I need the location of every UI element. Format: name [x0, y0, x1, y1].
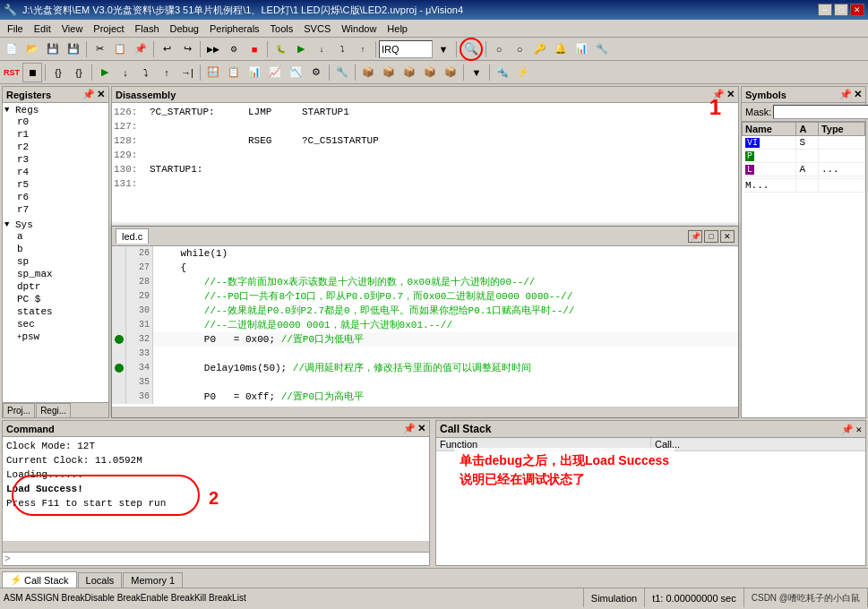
menu-edit[interactable]: Edit: [29, 21, 56, 36]
reg-a[interactable]: a: [15, 230, 107, 243]
bp-26[interactable]: [112, 246, 126, 261]
redo-btn[interactable]: ↪: [177, 39, 197, 59]
reg-r4[interactable]: r4: [15, 166, 107, 178]
misc3-btn[interactable]: 📦: [400, 63, 419, 82]
window6-btn[interactable]: ⚙: [306, 63, 326, 82]
bp-29[interactable]: [112, 289, 126, 304]
misc4-btn[interactable]: 📦: [420, 63, 440, 82]
bp-33[interactable]: [112, 347, 126, 361]
sys-expander[interactable]: ▼ Sys: [4, 219, 107, 230]
menu-window[interactable]: Window: [336, 21, 382, 36]
reg-r5[interactable]: r5: [15, 178, 107, 191]
misc1-btn[interactable]: 📦: [358, 63, 378, 82]
reg-psw[interactable]: +psw: [15, 330, 107, 343]
menu-help[interactable]: Help: [382, 21, 413, 36]
misc5-btn[interactable]: 📦: [441, 63, 460, 82]
bp-27[interactable]: [112, 261, 126, 275]
run-btn[interactable]: ▶: [291, 39, 311, 59]
bp-36[interactable]: [112, 390, 126, 404]
close-command-icon[interactable]: ✕: [417, 423, 425, 434]
extra-btn5[interactable]: 📊: [572, 39, 591, 59]
window3-btn[interactable]: 📊: [245, 63, 264, 82]
bp-30[interactable]: [112, 304, 126, 318]
reg-r1[interactable]: r1: [15, 128, 107, 141]
close-symbols-icon[interactable]: ✕: [854, 89, 862, 100]
rst-btn[interactable]: RST: [2, 63, 21, 82]
stop-btn[interactable]: ■: [245, 39, 264, 59]
copy-btn[interactable]: 📋: [110, 39, 130, 59]
window4-btn[interactable]: 📈: [265, 63, 285, 82]
run2-btn[interactable]: ▶: [95, 63, 115, 82]
bp-32[interactable]: [112, 332, 126, 347]
extra-btn3[interactable]: 🔑: [530, 39, 550, 59]
bp-31[interactable]: [112, 318, 126, 332]
stepover2-btn[interactable]: ⤵: [136, 63, 156, 82]
misc6-btn[interactable]: ▼: [467, 63, 486, 82]
reg-r3[interactable]: r3: [15, 153, 107, 166]
pin-symbols-icon[interactable]: 📌: [839, 89, 852, 100]
stop-debug-btn[interactable]: ⏹: [22, 63, 42, 82]
misc7-btn[interactable]: 🔩: [493, 63, 512, 82]
rebuild-btn[interactable]: ⚙: [224, 39, 244, 59]
new-file-btn[interactable]: 📄: [2, 39, 21, 59]
sym-row-2[interactable]: P: [743, 150, 865, 163]
maximize-button[interactable]: □: [834, 4, 848, 16]
step-over-btn[interactable]: ⤵: [332, 39, 352, 59]
mask-input[interactable]: [773, 105, 868, 119]
menu-debug[interactable]: Debug: [165, 21, 204, 36]
pin-callstack-icon[interactable]: 📌: [841, 424, 854, 435]
cut-btn[interactable]: ✂: [90, 39, 109, 59]
tab-regi[interactable]: Regi...: [36, 403, 71, 417]
command-input[interactable]: [4, 553, 427, 564]
source-tab-ledc[interactable]: led.c: [116, 228, 149, 244]
tools2-btn[interactable]: 🔧: [332, 63, 352, 82]
step-out-btn[interactable]: ↑: [353, 39, 373, 59]
reg-sp-max[interactable]: sp_max: [15, 268, 107, 280]
sym-row-3[interactable]: L A ...: [743, 163, 865, 176]
misc8-btn[interactable]: ⚡: [513, 63, 533, 82]
bp-34[interactable]: [112, 361, 126, 375]
extra-btn6[interactable]: 🔧: [592, 39, 612, 59]
menu-tools[interactable]: Tools: [265, 21, 299, 36]
reg-dptr[interactable]: dptr: [15, 280, 107, 293]
minimize-button[interactable]: ─: [818, 4, 832, 16]
tab-proj[interactable]: Proj...: [3, 403, 35, 417]
close-button[interactable]: ✕: [850, 4, 864, 16]
pin-command-icon[interactable]: 📌: [403, 423, 416, 434]
window5-btn[interactable]: 📉: [286, 63, 305, 82]
menu-project[interactable]: Project: [88, 21, 129, 36]
tab-memory1[interactable]: Memory 1: [123, 572, 183, 588]
menu-file[interactable]: File: [2, 21, 29, 36]
paste-btn[interactable]: 📌: [131, 39, 150, 59]
cmd-hscroll[interactable]: [3, 541, 429, 552]
reg-pc[interactable]: PC $: [15, 293, 107, 305]
source-float-close[interactable]: ✕: [720, 230, 735, 243]
reg-states[interactable]: states: [15, 305, 107, 318]
step-btn[interactable]: ↓: [312, 39, 331, 59]
regs-expander[interactable]: ▼ Regs: [4, 105, 107, 116]
menu-peripherals[interactable]: Peripherals: [204, 21, 265, 36]
bp-28[interactable]: [112, 275, 126, 289]
search-btn[interactable]: 🔍: [460, 38, 483, 61]
pin-icon[interactable]: 📌: [82, 89, 95, 100]
source-float-max[interactable]: □: [704, 230, 718, 243]
reg-r0[interactable]: r0: [15, 116, 107, 128]
runto-btn[interactable]: →|: [177, 63, 197, 82]
menu-svcs[interactable]: SVCS: [298, 21, 336, 36]
undo-btn[interactable]: ↩: [157, 39, 176, 59]
window2-btn[interactable]: 📋: [224, 63, 244, 82]
reg-r2[interactable]: r2: [15, 141, 107, 153]
sym-row-5[interactable]: M...: [743, 179, 865, 193]
reg-r6[interactable]: r6: [15, 191, 107, 203]
combo-arrow-btn[interactable]: ▼: [434, 39, 453, 59]
close-callstack-icon[interactable]: ✕: [855, 424, 862, 435]
open-btn[interactable]: 📂: [22, 39, 42, 59]
tab-callstack[interactable]: ⚡ Call Stack: [2, 571, 77, 588]
step2-btn[interactable]: ↓: [116, 63, 135, 82]
source-hscroll[interactable]: [112, 407, 738, 417]
bp-35[interactable]: [112, 375, 126, 390]
close-disasm-icon[interactable]: ✕: [726, 89, 735, 100]
extra-btn1[interactable]: ○: [489, 39, 509, 59]
sym-row-1[interactable]: VI S: [743, 136, 865, 150]
tab-locals[interactable]: Locals: [78, 572, 123, 588]
